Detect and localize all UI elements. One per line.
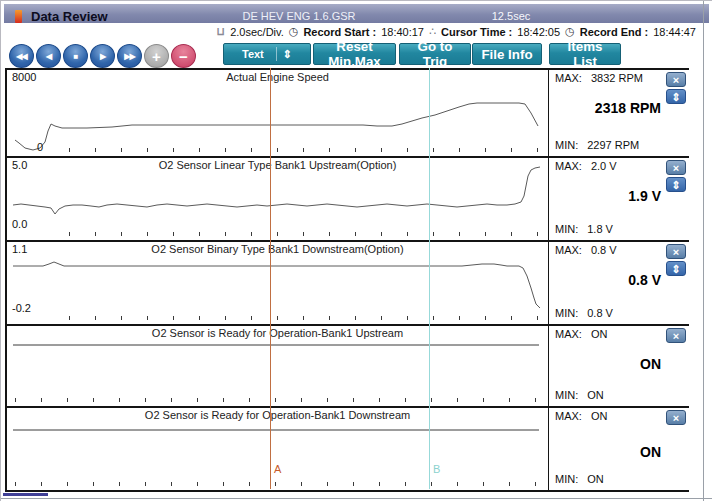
updown-icon: ⇕ — [671, 263, 680, 275]
graph-area[interactable]: O2 Sensor is Ready for Operation-Bank1 U… — [7, 326, 549, 406]
divider — [276, 47, 277, 61]
close-channel-button[interactable]: × — [666, 244, 686, 259]
max-label: MAX: — [555, 72, 582, 84]
stop-icon: ■ — [74, 52, 78, 61]
current-value: 2318 RPM — [595, 100, 661, 116]
window-bottom-edge — [1, 498, 712, 499]
graph-area[interactable]: O2 Sensor Linear Type Bank1 Upstream(Opt… — [7, 158, 549, 240]
current-value: 0.8 V — [628, 272, 661, 288]
max-value: ON — [591, 328, 608, 340]
cursor-time-icon: ∴ — [429, 25, 436, 38]
cursor-a-line[interactable] — [270, 68, 271, 489]
channel-title: O2 Sensor is Ready for Operation-Bank1 D… — [7, 409, 548, 421]
close-icon: × — [673, 412, 679, 424]
channel-row-o2-ready-upstream: O2 Sensor is Ready for Operation-Bank1 U… — [5, 324, 689, 406]
current-value: 1.9 V — [628, 188, 661, 204]
scale-min-label: -0.2 — [12, 302, 31, 314]
scale-max-label: 8000 — [12, 71, 36, 83]
plus-icon: + — [152, 48, 161, 65]
record-start-clock-icon: ◷ — [289, 25, 299, 38]
zoom-in-button[interactable]: + — [144, 44, 169, 68]
close-channel-button[interactable]: × — [666, 328, 686, 343]
graph-area[interactable]: Actual Engine Speed 8000 0 — [7, 70, 549, 156]
display-mode-select[interactable]: Text ⇕ — [223, 43, 311, 65]
close-icon: × — [673, 74, 679, 86]
minus-icon: − — [179, 48, 188, 65]
min-value: 0.8 V — [587, 307, 613, 319]
step-back-button[interactable]: ◀ — [36, 44, 61, 68]
min-label: MIN: — [555, 473, 578, 485]
stop-button[interactable]: ■ — [63, 44, 88, 68]
channel-row-o2-ready-downstream: O2 Sensor is Ready for Operation-Bank1 D… — [5, 406, 689, 492]
max-label: MAX: — [555, 328, 582, 340]
graph-area[interactable]: O2 Sensor is Ready for Operation-Bank1 D… — [7, 408, 549, 490]
close-channel-button[interactable]: × — [666, 410, 686, 425]
rewind-button[interactable]: ◀◀ — [9, 44, 34, 68]
time-ticks — [69, 148, 542, 152]
min-value: 1.8 V — [587, 223, 613, 235]
rewind-icon: ◀◀ — [16, 52, 26, 61]
min-value: ON — [587, 473, 604, 485]
fast-forward-button[interactable]: ▶▶ — [117, 44, 142, 68]
value-panel: MAX:0.8 V 0.8 V MIN:0.8 V × ⇕ — [548, 242, 689, 324]
close-icon: × — [673, 246, 679, 258]
title-bar: Data Review DE HEV ENG 1.6.GSR 12.5sec — [4, 4, 709, 23]
close-channel-button[interactable]: × — [666, 72, 686, 87]
current-value: ON — [640, 444, 661, 460]
record-info-bar: ⊔ 2.0sec/Div. ◷ Record Start : 18:40:17 … — [151, 23, 696, 40]
channel-title: O2 Sensor Binary Type Bank1 Downstream(O… — [7, 243, 548, 255]
play-button[interactable]: ▶ — [90, 44, 115, 68]
cursor-a-label: A — [274, 463, 281, 475]
min-value: 2297 RPM — [587, 139, 639, 151]
min-label: MIN: — [555, 307, 578, 319]
horizontal-scrollbar-thumb[interactable] — [3, 493, 48, 496]
updown-icon: ⇕ — [671, 91, 680, 103]
max-value: 0.8 V — [591, 244, 617, 256]
time-ticks — [69, 316, 542, 320]
max-label: MAX: — [555, 244, 582, 256]
zoom-out-button[interactable]: − — [171, 44, 196, 68]
channel-title: O2 Sensor is Ready for Operation-Bank1 U… — [7, 327, 548, 339]
value-panel: MAX:3832 RPM 2318 RPM MIN:2297 RPM × ⇕ — [548, 70, 689, 156]
max-value: 3832 RPM — [591, 72, 643, 84]
reorder-channel-button[interactable]: ⇕ — [666, 261, 686, 276]
cursor-b-line[interactable] — [429, 68, 430, 489]
min-label: MIN: — [555, 223, 578, 235]
time-ticks — [15, 398, 542, 402]
close-channel-button[interactable]: × — [666, 160, 686, 175]
record-end-clock-icon: ◷ — [565, 25, 575, 38]
record-start-value: 18:40:17 — [381, 26, 424, 38]
scale-min-label: 0.0 — [12, 218, 27, 230]
channel-row-o2-linear-upstream: O2 Sensor Linear Type Bank1 Upstream(Opt… — [5, 156, 689, 240]
channel-title: Actual Engine Speed — [7, 71, 548, 83]
file-info-button[interactable]: File Info — [472, 43, 542, 65]
time-ticks — [69, 232, 542, 236]
record-end-label: Record End : — [580, 26, 648, 38]
step-back-icon: ◀ — [46, 52, 51, 61]
items-list-button[interactable]: Items List — [549, 43, 621, 65]
reorder-channel-button[interactable]: ⇕ — [666, 177, 686, 192]
scale-max-label: 1.1 — [12, 243, 27, 255]
fast-forward-icon: ▶▶ — [124, 52, 134, 61]
time-ticks — [15, 482, 542, 486]
window-right-edge — [703, 1, 704, 501]
record-start-label: Record Start : — [303, 26, 376, 38]
channel-row-engine-speed: Actual Engine Speed 8000 0 MAX:3832 RPM … — [5, 68, 689, 156]
data-review-window: Data Review DE HEV ENG 1.6.GSR 12.5sec ⊔… — [0, 0, 712, 501]
app-icon — [15, 10, 22, 23]
graph-area[interactable]: O2 Sensor Binary Type Bank1 Downstream(O… — [7, 242, 549, 324]
max-label: MAX: — [555, 160, 582, 172]
cursor-time-value: 18:42:05 — [517, 26, 560, 38]
reset-minmax-button[interactable]: Reset Min.Max — [313, 43, 396, 65]
trace-line — [13, 262, 540, 308]
max-label: MAX: — [555, 410, 582, 422]
value-panel: MAX:ON ON MIN:ON × — [548, 326, 689, 406]
scale-max-label: 5.0 — [12, 159, 27, 171]
record-end-value: 18:44:47 — [653, 26, 696, 38]
channel-row-o2-binary-downstream: O2 Sensor Binary Type Bank1 Downstream(O… — [5, 240, 689, 324]
max-value: 2.0 V — [591, 160, 617, 172]
reorder-channel-button[interactable]: ⇕ — [666, 89, 686, 104]
min-value: ON — [587, 389, 604, 401]
go-to-trig-button[interactable]: Go to Trig — [399, 43, 471, 65]
time-division: 2.0sec/Div. — [230, 26, 284, 38]
